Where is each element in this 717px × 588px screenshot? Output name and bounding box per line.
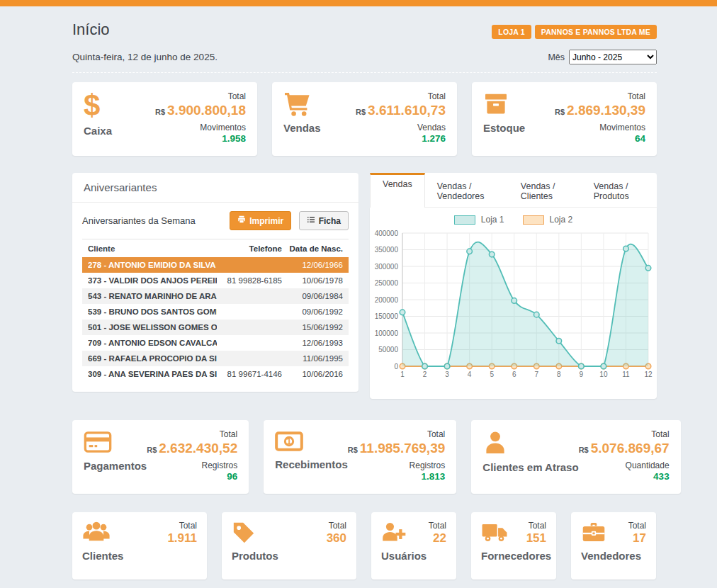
svg-text:1: 1	[400, 371, 405, 378]
chart-legend: Loja 1 Loja 2	[373, 215, 654, 225]
usuarios-card: Total 22 Usuários	[371, 512, 456, 579]
truck-icon	[481, 521, 508, 545]
card-label: Produtos	[232, 550, 346, 562]
tab-vendas-produtos[interactable]: Vendas / Produtos	[582, 173, 657, 207]
ficha-button[interactable]: Ficha	[299, 211, 349, 230]
svg-text:7: 7	[534, 371, 538, 378]
birthdays-table-header: Cliente Telefone Data de Nasc.	[82, 239, 349, 257]
card-label: Vendas	[283, 122, 321, 134]
user-icon	[482, 429, 578, 456]
svg-text:9: 9	[580, 371, 584, 378]
currency-prefix: R$	[348, 446, 358, 454]
sub-value: 64	[555, 133, 645, 144]
svg-text:200000: 200000	[375, 296, 399, 304]
money-bill-icon: 1	[275, 429, 348, 453]
month-select[interactable]: Junho - 2025	[569, 50, 657, 64]
list-icon	[307, 215, 315, 226]
table-row[interactable]: 309 - ANA SEVERINA PAES DA SILVA81 99671…	[82, 366, 349, 382]
card-label: Fornecedores	[481, 550, 546, 562]
total-label: Total	[555, 91, 645, 101]
page-header: Início LOJA 1 PANNOS E PANNOS LTDA ME	[72, 6, 657, 39]
card-label: Clientes	[82, 550, 197, 562]
clientes-card: Total 1.911 Clientes	[72, 512, 207, 579]
sales-chart-panel: Loja 1 Loja 2 05000010000015000020000025…	[370, 208, 657, 399]
store-badge[interactable]: LOJA 1	[492, 25, 531, 39]
currency-prefix: R$	[579, 446, 589, 454]
summary-cards-row-1: $ Caixa Total R$3.900.800,18 Movimentos …	[72, 82, 657, 156]
count-value: 151	[526, 531, 546, 545]
total-label: Total	[167, 521, 197, 531]
count-value: 22	[429, 531, 446, 545]
currency-prefix: R$	[555, 108, 565, 116]
card-label: Caixa	[84, 125, 112, 137]
birthdays-panel-title: Aniversariantes	[72, 173, 358, 203]
svg-text:250000: 250000	[375, 279, 399, 287]
tab-vendas-vendedores[interactable]: Vendas / Vendedores	[425, 173, 509, 207]
table-row[interactable]: 669 - RAFAELA PROCOPIO DA SILVA CA...11/…	[82, 351, 349, 366]
sub-value: 1.813	[348, 471, 446, 482]
total-value: 11.985.769,39	[360, 441, 445, 456]
tab-vendas-clientes[interactable]: Vendas / Clientes	[509, 173, 582, 207]
svg-text:6: 6	[512, 371, 516, 378]
vendas-card: Vendas Total R$3.611.610,73 Vendas 1.276	[272, 82, 457, 156]
sub-value: 96	[147, 471, 237, 482]
current-date: Quinta-feira, 12 de junho de 2025.	[72, 52, 218, 62]
company-badge: PANNOS E PANNOS LTDA ME	[535, 25, 657, 39]
svg-text:8: 8	[557, 371, 561, 378]
loja1-legend-swatch	[454, 215, 475, 225]
total-label: Total	[327, 521, 346, 531]
svg-text:5: 5	[490, 371, 494, 378]
table-row[interactable]: 543 - RENATO MARINHO DE ARAUJO (F...09/0…	[82, 288, 349, 304]
sales-chart: 0500001000001500002000002500003000003500…	[373, 226, 654, 390]
total-label: Total	[155, 91, 246, 101]
briefcase-icon	[581, 521, 606, 545]
header-badges: LOJA 1 PANNOS E PANNOS LTDA ME	[492, 25, 657, 39]
card-label: Usuários	[381, 550, 446, 562]
svg-text:400000: 400000	[375, 230, 399, 237]
count-value: 360	[327, 531, 346, 545]
total-label: Total	[579, 429, 670, 439]
table-row[interactable]: 373 - VALDIR DOS ANJOS PEREIRA (AN...81 …	[82, 273, 349, 288]
sub-label: Movimentos	[555, 123, 645, 132]
table-row[interactable]: 539 - BRUNO DOS SANTOS GOMES09/06/1992	[82, 304, 349, 320]
printer-icon	[237, 215, 246, 226]
sub-value: 433	[579, 471, 670, 482]
header-subrow: Quinta-feira, 12 de junho de 2025. Mês J…	[72, 50, 657, 73]
svg-text:10: 10	[599, 371, 608, 378]
total-value: 5.076.869,67	[591, 441, 670, 456]
total-label: Total	[628, 521, 646, 531]
svg-text:4: 4	[468, 371, 472, 378]
tag-icon	[232, 521, 256, 545]
table-row[interactable]: 278 - ANTONIO EMIDIO DA SILVA (PALE...12…	[82, 257, 349, 273]
table-row[interactable]: 709 - ANTONIO EDSON CAVALCANTE D...12/06…	[82, 335, 349, 351]
svg-text:3: 3	[445, 371, 449, 378]
box-icon	[483, 91, 525, 117]
users-icon	[82, 521, 111, 545]
credit-card-icon	[84, 429, 147, 455]
produtos-card: Total 360 Produtos	[222, 512, 356, 579]
total-value: 3.900.800,18	[167, 103, 246, 118]
svg-text:100000: 100000	[375, 329, 399, 337]
tab-vendas[interactable]: Vendas	[370, 173, 425, 208]
sales-tabs: Vendas Vendas / Vendedores Vendas / Clie…	[370, 173, 657, 208]
total-value: 2.869.130,39	[567, 103, 645, 118]
recebimentos-card: 1 Recebimentos Total R$11.985.769,39 Reg…	[264, 420, 456, 494]
loja2-legend-label: Loja 2	[550, 215, 573, 225]
estoque-card: Estoque Total R$2.869.130,39 Movimentos …	[472, 82, 657, 156]
total-value: 3.611.610,73	[368, 103, 446, 118]
total-label: Total	[429, 521, 446, 531]
print-button[interactable]: Imprimir	[230, 211, 291, 230]
page-title: Início	[72, 21, 110, 39]
svg-text:11: 11	[622, 371, 630, 378]
svg-text:150000: 150000	[375, 312, 399, 320]
sub-value: 1.276	[356, 133, 446, 144]
count-value: 17	[628, 531, 646, 545]
pagamentos-card: Pagamentos Total R$2.632.430,52 Registro…	[72, 420, 249, 494]
table-row[interactable]: 501 - JOSE WELISSON GOMES OLIVEIR...15/0…	[82, 320, 349, 335]
birthdays-panel: Aniversariantes Aniversariantes da Seman…	[72, 173, 358, 392]
sub-label: Movimentos	[155, 123, 246, 132]
total-label: Total	[147, 429, 237, 439]
cart-icon	[283, 91, 321, 117]
svg-text:0: 0	[394, 363, 398, 371]
dollar-icon: $	[84, 91, 112, 120]
